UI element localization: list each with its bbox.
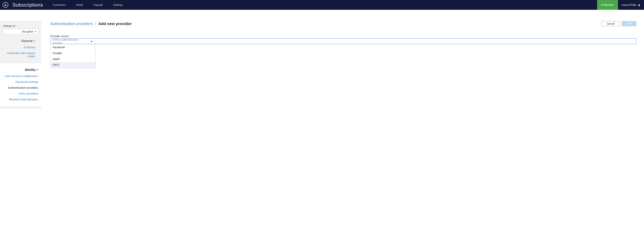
caret-down-icon bbox=[34, 41, 35, 42]
nav-customers[interactable]: Customers bbox=[48, 0, 71, 10]
nav-items: Customers Retail Paywall Settings bbox=[48, 0, 128, 10]
settings-for-label: Settings for bbox=[3, 24, 38, 27]
breadcrumb: Authentication providers / Add new provi… bbox=[50, 21, 132, 26]
sidebar-tail bbox=[0, 106, 41, 109]
page-header: Authentication providers / Add new provi… bbox=[50, 13, 636, 26]
top-nav: Subscriptions Customers Retail Paywall S… bbox=[0, 0, 644, 10]
sidebar-item-currency[interactable]: Currency bbox=[3, 44, 38, 50]
cancel-button[interactable]: Cancel bbox=[601, 21, 620, 26]
dropdown-option-apple[interactable]: Apple bbox=[51, 56, 95, 62]
user-menu[interactable]: Laura Pinilla bbox=[618, 0, 644, 10]
sidebar-item-oidc-providers[interactable]: OIDC providers bbox=[0, 91, 41, 96]
svg-point-0 bbox=[638, 4, 640, 5]
nav-retail[interactable]: Retail bbox=[71, 0, 88, 10]
logo-icon[interactable] bbox=[3, 2, 8, 8]
chevron-up-icon bbox=[91, 41, 92, 42]
sidebar-settings-for: Settings for the-globe General Currency … bbox=[0, 21, 41, 63]
sidebar-group-identity[interactable]: Identity bbox=[0, 63, 41, 73]
breadcrumb-auth-providers[interactable]: Authentication providers bbox=[50, 21, 93, 26]
caret-down-icon bbox=[35, 31, 36, 32]
caret-down-icon bbox=[37, 69, 38, 70]
sidebar: Settings for the-globe General Currency … bbox=[0, 10, 41, 109]
sidebar-group-general-label: General bbox=[21, 39, 32, 43]
nav-paywall[interactable]: Paywall bbox=[88, 0, 108, 10]
brand-title: Subscriptions bbox=[11, 2, 48, 8]
dropdown-option-google[interactable]: Google bbox=[51, 50, 95, 56]
user-icon bbox=[638, 3, 640, 6]
user-name: Laura Pinilla bbox=[622, 3, 636, 6]
main-content: Authentication providers / Add new provi… bbox=[41, 10, 644, 109]
provider-source-placeholder: Select authentication provider bbox=[52, 38, 90, 44]
header-actions: Cancel Add bbox=[601, 21, 636, 26]
sidebar-group-general[interactable]: General bbox=[3, 34, 38, 44]
sidebar-item-user-account-configuration[interactable]: User account configuration bbox=[0, 73, 41, 79]
sidebar-item-blocked-email-domains[interactable]: Blocked email domains bbox=[0, 96, 41, 102]
sidebar-group-identity-label: Identity bbox=[25, 68, 36, 72]
breadcrumb-separator: / bbox=[95, 22, 96, 26]
site-select[interactable]: the-globe bbox=[3, 29, 38, 34]
environment-badge[interactable]: Production bbox=[597, 0, 618, 10]
logo-wrap bbox=[0, 0, 11, 10]
site-select-value: the-globe bbox=[22, 30, 33, 33]
sidebar-item-customer-care-reason-codes[interactable]: Customer care reason codes bbox=[3, 50, 38, 59]
provider-source-select[interactable]: Select authentication provider Facebook … bbox=[50, 38, 636, 44]
provider-source-dropdown: Facebook Google Apple OIDC bbox=[50, 44, 95, 68]
provider-source-field: Provider source Select authentication pr… bbox=[50, 35, 636, 44]
add-button[interactable]: Add bbox=[622, 21, 636, 26]
nav-settings[interactable]: Settings bbox=[108, 0, 128, 10]
sidebar-item-authentication-providers[interactable]: Authentication providers bbox=[0, 85, 41, 91]
sidebar-item-password-settings[interactable]: Password settings bbox=[0, 79, 41, 85]
sidebar-group-identity-wrap: Identity User account configuration Pass… bbox=[0, 63, 41, 102]
dropdown-option-oidc[interactable]: OIDC bbox=[51, 62, 95, 68]
provider-source-select-inner: Select authentication provider bbox=[52, 39, 94, 44]
provider-source-label: Provider source bbox=[50, 35, 636, 38]
breadcrumb-current: Add new provider bbox=[98, 21, 132, 26]
dropdown-option-facebook[interactable]: Facebook bbox=[51, 44, 95, 50]
